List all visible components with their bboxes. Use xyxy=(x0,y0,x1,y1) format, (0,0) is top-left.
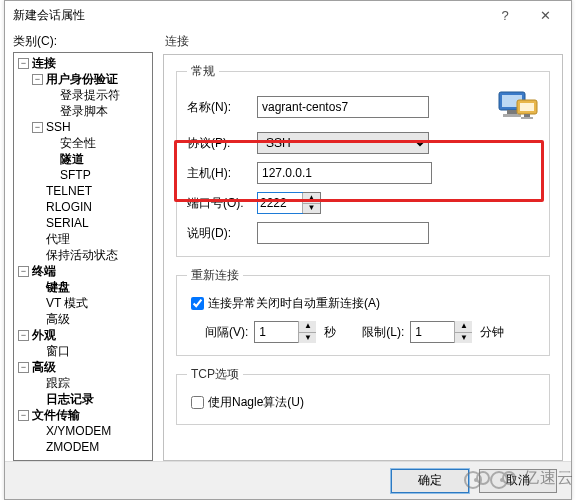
tree-node-proxy[interactable]: 代理 xyxy=(14,231,152,247)
host-label: 主机(H): xyxy=(187,165,257,182)
interval-label: 间隔(V): xyxy=(205,324,248,341)
tree-node-terminal[interactable]: −终端 xyxy=(14,263,152,279)
panel-title: 连接 xyxy=(165,33,563,50)
auto-reconnect-checkbox[interactable] xyxy=(191,297,204,310)
nagle-label: 使用Nagle算法(U) xyxy=(208,394,304,411)
tree-node-xymodem[interactable]: X/YMODEM xyxy=(14,423,152,439)
monitor-icon xyxy=(497,90,539,124)
window-title: 新建会话属性 xyxy=(13,7,485,24)
nagle-checkbox[interactable] xyxy=(191,396,204,409)
session-properties-dialog: 新建会话属性 ? ✕ 类别(C): −连接 −用户身份验证 登录提示符 登录脚本… xyxy=(4,0,572,500)
name-input[interactable] xyxy=(257,96,429,118)
tree-node-ssh[interactable]: −SSH xyxy=(14,119,152,135)
tree-node-serial[interactable]: SERIAL xyxy=(14,215,152,231)
limit-up-button[interactable]: ▲ xyxy=(455,321,472,333)
tree-node-file-transfer[interactable]: −文件传输 xyxy=(14,407,152,423)
collapse-icon[interactable]: − xyxy=(18,58,29,69)
tree-node-advanced[interactable]: −高级 xyxy=(14,359,152,375)
protocol-label: 协议(P): xyxy=(187,135,257,152)
collapse-icon[interactable]: − xyxy=(18,410,29,421)
tree-node-keepalive[interactable]: 保持活动状态 xyxy=(14,247,152,263)
collapse-icon[interactable]: − xyxy=(32,122,43,133)
general-legend: 常规 xyxy=(187,63,219,80)
interval-down-button[interactable]: ▼ xyxy=(299,333,316,344)
tree-node-logging[interactable]: 日志记录 xyxy=(14,391,152,407)
tree-node-rlogin[interactable]: RLOGIN xyxy=(14,199,152,215)
limit-down-button[interactable]: ▼ xyxy=(455,333,472,344)
collapse-icon[interactable]: − xyxy=(18,362,29,373)
reconnect-fieldset: 重新连接 连接异常关闭时自动重新连接(A) 间隔(V): ▲▼ 秒 限制(L xyxy=(176,267,550,356)
host-input[interactable] xyxy=(257,162,432,184)
close-icon: ✕ xyxy=(540,8,551,23)
tcp-fieldset: TCP选项 使用Nagle算法(U) xyxy=(176,366,550,425)
category-label: 类别(C): xyxy=(13,33,153,50)
tree-node-login-prompt[interactable]: 登录提示符 xyxy=(14,87,152,103)
desc-input[interactable] xyxy=(257,222,429,244)
tree-node-connection[interactable]: −连接 xyxy=(14,55,152,71)
tree-node-login-script[interactable]: 登录脚本 xyxy=(14,103,152,119)
svg-rect-2 xyxy=(507,110,517,114)
tree-node-window[interactable]: 窗口 xyxy=(14,343,152,359)
collapse-icon[interactable]: − xyxy=(18,266,29,277)
general-fieldset: 常规 名称(N): xyxy=(176,63,550,257)
tcp-legend: TCP选项 xyxy=(187,366,243,383)
interval-up-button[interactable]: ▲ xyxy=(299,321,316,333)
tree-node-tracking[interactable]: 跟踪 xyxy=(14,375,152,391)
category-tree[interactable]: −连接 −用户身份验证 登录提示符 登录脚本 −SSH 安全性 隧道 SFTP … xyxy=(13,52,153,461)
limit-stepper[interactable]: ▲▼ xyxy=(410,321,474,343)
interval-input[interactable] xyxy=(254,321,298,343)
tree-node-sftp[interactable]: SFTP xyxy=(14,167,152,183)
port-down-button[interactable]: ▼ xyxy=(303,204,320,214)
tree-node-zmodem[interactable]: ZMODEM xyxy=(14,439,152,455)
tree-node-appearance[interactable]: −外观 xyxy=(14,327,152,343)
dialog-footer: 确定 取消 xyxy=(5,461,571,499)
name-label: 名称(N): xyxy=(187,99,257,116)
collapse-icon[interactable]: − xyxy=(18,330,29,341)
seconds-label: 秒 xyxy=(324,324,336,341)
ok-button[interactable]: 确定 xyxy=(391,469,469,493)
port-stepper[interactable]: ▲ ▼ xyxy=(257,192,321,214)
desc-label: 说明(D): xyxy=(187,225,257,242)
help-icon: ? xyxy=(501,8,508,23)
svg-rect-5 xyxy=(520,103,534,111)
svg-rect-7 xyxy=(521,117,533,119)
svg-rect-3 xyxy=(503,114,521,117)
port-label: 端口号(O): xyxy=(187,195,257,212)
titlebar[interactable]: 新建会话属性 ? ✕ xyxy=(5,1,571,29)
collapse-icon[interactable]: − xyxy=(32,74,43,85)
tree-node-user-auth[interactable]: −用户身份验证 xyxy=(14,71,152,87)
tree-node-tunnel[interactable]: 隧道 xyxy=(14,151,152,167)
tree-node-term-advanced[interactable]: 高级 xyxy=(14,311,152,327)
tree-node-telnet[interactable]: TELNET xyxy=(14,183,152,199)
reconnect-legend: 重新连接 xyxy=(187,267,243,284)
auto-reconnect-label: 连接异常关闭时自动重新连接(A) xyxy=(208,295,380,312)
connection-panel: 常规 名称(N): xyxy=(163,54,563,461)
cancel-button[interactable]: 取消 xyxy=(479,469,557,493)
protocol-select[interactable]: SSH xyxy=(257,132,429,154)
minutes-label: 分钟 xyxy=(480,324,504,341)
port-input[interactable] xyxy=(258,193,302,213)
svg-rect-6 xyxy=(524,114,530,117)
tree-node-keyboard[interactable]: 键盘 xyxy=(14,279,152,295)
tree-node-security[interactable]: 安全性 xyxy=(14,135,152,151)
interval-stepper[interactable]: ▲▼ xyxy=(254,321,318,343)
help-button[interactable]: ? xyxy=(485,4,525,26)
close-button[interactable]: ✕ xyxy=(525,4,565,26)
port-up-button[interactable]: ▲ xyxy=(303,193,320,204)
tree-node-vt-mode[interactable]: VT 模式 xyxy=(14,295,152,311)
limit-input[interactable] xyxy=(410,321,454,343)
limit-label: 限制(L): xyxy=(362,324,404,341)
